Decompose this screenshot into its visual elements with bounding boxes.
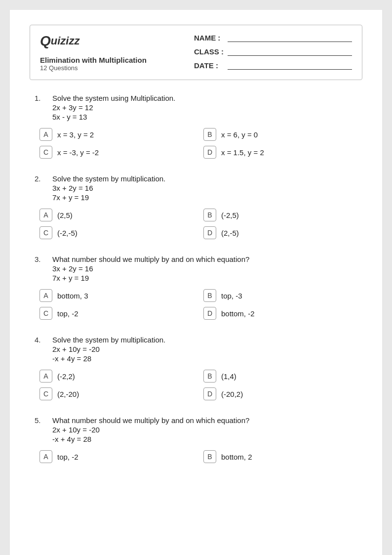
name-label: NAME : bbox=[194, 34, 224, 42]
q5-text-b: bottom, 2 bbox=[221, 453, 252, 461]
q5-text-a: top, -2 bbox=[57, 453, 78, 461]
q1-option-c: C x = -3, y = -2 bbox=[39, 146, 194, 159]
q5-option-a: A top, -2 bbox=[39, 450, 194, 463]
q1-badge-d: D bbox=[203, 146, 216, 159]
logo-text: uizizz bbox=[51, 35, 80, 47]
q2-number: 2. bbox=[35, 174, 46, 183]
q3-text-block: What number should we multiply by and on… bbox=[52, 255, 249, 282]
q4-option-b: B (1,4) bbox=[203, 370, 357, 383]
q5-text-block: What number should we multiply by and on… bbox=[52, 416, 249, 443]
question-3: 3. What number should we multiply by and… bbox=[35, 255, 357, 320]
q5-badge-a: A bbox=[39, 450, 52, 463]
q2-option-c: C (-2,-5) bbox=[39, 226, 194, 239]
quiz-subtitle: 12 Questions bbox=[40, 64, 147, 72]
q1-number: 1. bbox=[35, 94, 46, 102]
q4-answer-grid: A (-2,2) B (1,4) C (2,-20) D (-20,2) bbox=[35, 370, 357, 400]
q2-option-d: D (2,-5) bbox=[203, 226, 357, 239]
q4-number: 4. bbox=[35, 336, 46, 344]
q2-badge-d: D bbox=[203, 226, 216, 239]
q4-badge-d: D bbox=[203, 387, 216, 400]
q3-eq2: 7x + y = 19 bbox=[52, 274, 249, 282]
q3-badge-d: D bbox=[203, 307, 216, 320]
q1-option-b: B x = 6, y = 0 bbox=[203, 128, 357, 141]
q2-answer-grid: A (2,5) B (-2,5) C (-2,-5) D (2,-5) bbox=[35, 209, 357, 239]
q3-option-d: D bottom, -2 bbox=[203, 307, 357, 320]
q3-answer-grid: A bottom, 3 B top, -3 C top, -2 D bottom… bbox=[35, 289, 357, 320]
class-line bbox=[228, 47, 352, 56]
q5-number: 5. bbox=[35, 416, 46, 425]
q2-text-d: (2,-5) bbox=[221, 229, 239, 237]
q3-option-a: A bottom, 3 bbox=[39, 289, 194, 302]
q1-stem: Solve the system using Multiplication. bbox=[52, 94, 175, 102]
q4-text-c: (2,-20) bbox=[57, 390, 79, 398]
q4-badge-c: C bbox=[39, 387, 52, 400]
q3-option-b: B top, -3 bbox=[203, 289, 357, 302]
logo: Q uizizz bbox=[40, 33, 147, 49]
q2-eq2: 7x + y = 19 bbox=[52, 193, 165, 202]
date-line bbox=[228, 61, 352, 70]
q3-text-d: bottom, -2 bbox=[221, 309, 255, 318]
q4-stem: Solve the system by multiplication. bbox=[52, 336, 165, 344]
name-field-row: NAME : bbox=[194, 33, 352, 42]
quiz-title: Elimination with Multiplication bbox=[40, 56, 147, 64]
q5-stem: What number should we multiply by and on… bbox=[52, 416, 249, 425]
q5-badge-b: B bbox=[203, 450, 216, 463]
question-1-header: 1. Solve the system using Multiplication… bbox=[35, 94, 357, 121]
q2-option-a: A (2,5) bbox=[39, 209, 194, 221]
class-label: CLASS : bbox=[194, 47, 224, 56]
q4-option-d: D (-20,2) bbox=[203, 387, 357, 400]
q1-answer-grid: A x = 3, y = 2 B x = 6, y = 0 C x = -3, … bbox=[35, 128, 357, 159]
q2-badge-c: C bbox=[39, 226, 52, 239]
question-2: 2. Solve the system by multiplication. 3… bbox=[35, 174, 357, 239]
q2-text-block: Solve the system by multiplication. 3x +… bbox=[52, 174, 165, 202]
q2-text-b: (-2,5) bbox=[221, 211, 239, 219]
q1-text-b: x = 6, y = 0 bbox=[221, 130, 258, 139]
question-1: 1. Solve the system using Multiplication… bbox=[35, 94, 357, 159]
q2-badge-a: A bbox=[39, 209, 52, 221]
logo-q: Q bbox=[40, 33, 51, 49]
q3-text-a: bottom, 3 bbox=[57, 292, 88, 300]
q1-text-block: Solve the system using Multiplication. 2… bbox=[52, 94, 175, 121]
q1-eq1: 2x + 3y = 12 bbox=[52, 103, 175, 112]
q3-number: 3. bbox=[35, 255, 46, 263]
q4-eq1: 2x + 10y = -20 bbox=[52, 345, 165, 353]
q1-text-d: x = 1.5, y = 2 bbox=[221, 148, 264, 157]
q4-option-a: A (-2,2) bbox=[39, 370, 194, 383]
q3-badge-a: A bbox=[39, 289, 52, 302]
date-label: DATE : bbox=[194, 61, 224, 70]
q4-text-b: (1,4) bbox=[221, 372, 236, 381]
class-field-row: CLASS : bbox=[194, 47, 352, 56]
questions-section: 1. Solve the system using Multiplication… bbox=[30, 94, 362, 463]
q3-option-c: C top, -2 bbox=[39, 307, 194, 320]
q1-option-a: A x = 3, y = 2 bbox=[39, 128, 194, 141]
q3-badge-c: C bbox=[39, 307, 52, 320]
q3-eq1: 3x + 2y = 16 bbox=[52, 264, 249, 273]
question-4: 4. Solve the system by multiplication. 2… bbox=[35, 336, 357, 400]
q3-stem: What number should we multiply by and on… bbox=[52, 255, 249, 263]
q1-text-c: x = -3, y = -2 bbox=[57, 148, 99, 157]
q4-text-block: Solve the system by multiplication. 2x +… bbox=[52, 336, 165, 363]
question-5-header: 5. What number should we multiply by and… bbox=[35, 416, 357, 443]
header-right: NAME : CLASS : DATE : bbox=[194, 33, 352, 70]
q4-text-d: (-20,2) bbox=[221, 390, 243, 398]
q3-text-c: top, -2 bbox=[57, 309, 78, 318]
q1-badge-a: A bbox=[39, 128, 52, 141]
q1-badge-b: B bbox=[203, 128, 216, 141]
header-left: Q uizizz Elimination with Multiplication… bbox=[40, 33, 147, 72]
q5-answer-grid: A top, -2 B bottom, 2 bbox=[35, 450, 357, 463]
q5-eq2: -x + 4y = 28 bbox=[52, 435, 249, 443]
page: Q uizizz Elimination with Multiplication… bbox=[10, 10, 382, 555]
q2-text-c: (-2,-5) bbox=[57, 229, 78, 237]
date-field-row: DATE : bbox=[194, 61, 352, 70]
q4-badge-b: B bbox=[203, 370, 216, 383]
q1-option-d: D x = 1.5, y = 2 bbox=[203, 146, 357, 159]
q5-eq1: 2x + 10y = -20 bbox=[52, 426, 249, 434]
question-4-header: 4. Solve the system by multiplication. 2… bbox=[35, 336, 357, 363]
name-line bbox=[228, 33, 352, 42]
q2-badge-b: B bbox=[203, 209, 216, 221]
question-5: 5. What number should we multiply by and… bbox=[35, 416, 357, 463]
q1-eq2: 5x - y = 13 bbox=[52, 113, 175, 121]
q3-badge-b: B bbox=[203, 289, 216, 302]
q1-badge-c: C bbox=[39, 146, 52, 159]
question-3-header: 3. What number should we multiply by and… bbox=[35, 255, 357, 282]
